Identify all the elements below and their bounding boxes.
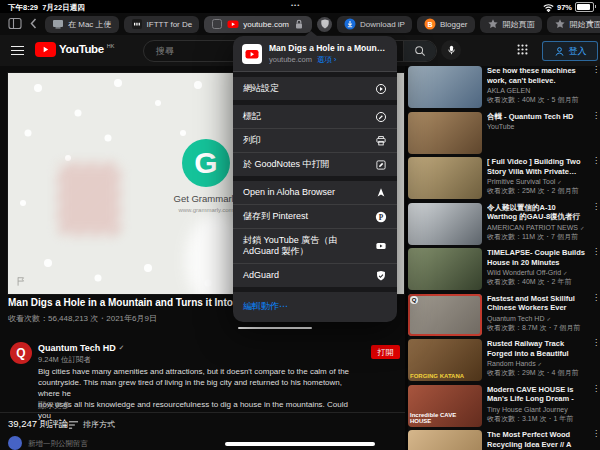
status-time: 下午8:29 — [8, 3, 38, 12]
comments-sort-button[interactable]: 排序方式 — [68, 419, 115, 430]
voice-search-button[interactable] — [441, 40, 461, 60]
subscriber-count: 9.24M 位訂閱者 — [38, 355, 91, 365]
video-info: See how these machines work, can't belie… — [487, 66, 587, 108]
popup-menu-item[interactable]: 標記 — [233, 105, 397, 128]
battery-icon — [575, 2, 594, 12]
youtube-logo[interactable]: YouTube HK — [35, 42, 114, 57]
video-thumbnail[interactable] — [408, 66, 482, 108]
svg-text:P: P — [379, 213, 384, 221]
related-video-row[interactable]: The Most Perfect Wood Recycling Idea Eve… — [408, 430, 600, 450]
show-more-link[interactable]: 顯示更多 — [38, 400, 70, 411]
verified-badge-icon: ✓ — [563, 270, 568, 276]
comments-count: 39,247 則評論 — [8, 418, 68, 431]
video-thumbnail[interactable]: Incredible CAVE HOUSE — [408, 385, 482, 427]
reader-square-icon — [211, 18, 223, 30]
video-menu-kebab-icon[interactable]: ⋮ — [592, 157, 600, 164]
video-menu-kebab-icon[interactable]: ⋮ — [592, 430, 600, 437]
section-divider — [0, 412, 405, 413]
video-thumbnail[interactable] — [408, 248, 482, 290]
video-menu-kebab-icon[interactable]: ⋮ — [592, 203, 600, 210]
home-indicator[interactable] — [225, 442, 375, 446]
tab-sidebar-toggle-icon[interactable] — [8, 17, 22, 30]
adguard-extension-button[interactable] — [317, 17, 332, 32]
popup-menu-item[interactable]: 封鎖 YouTube 廣告（由 AdGuard 製作） — [233, 228, 397, 263]
popup-menu-item-label: 封鎖 YouTube 廣告（由 AdGuard 製作） — [243, 235, 361, 258]
popup-menu-item-label: 於 GoodNotes 中打開 — [243, 159, 361, 171]
related-video-row[interactable]: See how these machines work, can't belie… — [408, 66, 600, 108]
video-menu-kebab-icon[interactable]: ⋮ — [592, 112, 600, 119]
hamburger-menu-icon[interactable] — [11, 46, 24, 58]
verified-badge-icon: ✓ — [557, 179, 562, 185]
browser-tab-active[interactable]: youtube.com — [204, 16, 312, 33]
related-video-row[interactable]: FORGING KATANARusted Railway Track Forge… — [408, 339, 600, 381]
apps-grid-icon[interactable] — [516, 43, 529, 56]
related-video-meta: 收看次數：8.7M 次・7 個月前 — [487, 323, 587, 333]
related-video-row[interactable]: QFastest and Most Skillful Chinese Worke… — [408, 294, 600, 336]
related-video-channel: YouTube — [487, 123, 587, 130]
popup-menu-item[interactable]: 儲存到 PinterestP — [233, 204, 397, 228]
search-button[interactable] — [403, 41, 436, 61]
channel-avatar[interactable]: Q — [10, 342, 32, 364]
adguard-circle-icon — [319, 18, 331, 30]
blogger-icon: B — [424, 18, 436, 30]
related-video-channel: Tiny House Giant Journey — [487, 406, 587, 413]
status-bar: 下午8:29 7月22日週四 ••• 97% — [0, 0, 600, 13]
youtube-ad-icon — [375, 240, 387, 252]
back-chevron-icon[interactable] — [28, 17, 38, 30]
website-settings-icon — [375, 83, 387, 95]
popup-menu-item[interactable]: 網站設定 — [233, 77, 397, 100]
popup-menu-item[interactable]: 列印 — [233, 128, 397, 152]
popup-caret — [305, 31, 317, 36]
description-line: now uses all his knowledge and resourcef… — [38, 399, 354, 421]
video-menu-kebab-icon[interactable]: ⋮ — [592, 339, 600, 346]
open-app-button[interactable]: 打開 — [371, 345, 400, 359]
video-thumbnail[interactable]: FORGING KATANA — [408, 339, 482, 381]
add-comment-field[interactable]: 新增一則公開留言 — [28, 439, 88, 449]
related-video-meta: 收看次數：29M 次・4 個月前 — [487, 368, 587, 378]
youtube-region-label: HK — [107, 43, 115, 49]
browser-tab[interactable]: 開始頁面 — [480, 16, 542, 33]
related-video-title: Rusted Railway Track Forged into a Beaut… — [487, 339, 587, 358]
verified-badge-icon: ✓ — [119, 344, 124, 352]
video-menu-kebab-icon[interactable]: ⋮ — [592, 66, 600, 73]
video-thumbnail[interactable] — [408, 430, 482, 450]
new-tab-button[interactable]: + — [587, 17, 594, 29]
related-video-title: 合輯 - Quantum Tech HD — [487, 112, 587, 122]
browser-tab[interactable]: BBlogger — [417, 16, 475, 33]
video-menu-kebab-icon[interactable]: ⋮ — [592, 294, 600, 301]
popup-menu-item-label: AdGuard — [243, 270, 361, 282]
related-video-row[interactable]: Incredible CAVE HOUSEModern CAVE HOUSE i… — [408, 385, 600, 427]
channel-name[interactable]: Quantum Tech HD ✓ — [38, 343, 124, 353]
video-thumbnail[interactable]: Q — [408, 294, 482, 336]
popup-menu-item[interactable]: 於 GoodNotes 中打開 — [233, 152, 397, 176]
safari-toolbar: 在 Mac 上使IFTTT for Deyoutube.comDownload … — [0, 13, 600, 35]
popup-menu-item[interactable]: AdGuard — [233, 263, 397, 287]
signin-button[interactable]: 登入 — [542, 41, 598, 61]
video-info: Modern CAVE HOUSE is Man's Life Long Dre… — [487, 385, 587, 427]
related-video-row[interactable]: [ Full Video ] Building Two Story Villa … — [408, 157, 600, 199]
related-video-row[interactable]: 合輯 - Quantum Tech HDYouTube⋮ — [408, 112, 600, 154]
video-thumbnail[interactable] — [408, 112, 482, 154]
video-thumbnail[interactable] — [408, 203, 482, 245]
related-video-row[interactable]: 令人難以置信的A-10 Warthog 的GAU-8復仇者行動視頻AMERICA… — [408, 203, 600, 245]
download-icon — [344, 18, 356, 30]
related-video-row[interactable]: TIMELAPSE- Couple Builds House in 20 Min… — [408, 248, 600, 290]
edit-actions-button[interactable]: 編輯動作⋯ — [233, 292, 397, 322]
popup-menu-item[interactable]: Open in Aloha Browser — [233, 181, 397, 204]
share-actions-popup: Man Digs a Hole in a Mountain and Turn… … — [233, 36, 397, 322]
user-avatar[interactable] — [8, 436, 22, 450]
multitask-dots-icon[interactable]: ••• — [291, 2, 300, 8]
popup-menu-item-label: 標記 — [243, 111, 361, 123]
video-menu-kebab-icon[interactable]: ⋮ — [592, 385, 600, 392]
popup-options-link[interactable]: 選項 › — [317, 55, 337, 65]
video-menu-kebab-icon[interactable]: ⋮ — [592, 248, 600, 255]
related-video-meta: 收看次數：11M 次・7 個月前 — [487, 232, 587, 242]
goodnotes-icon — [375, 159, 387, 171]
browser-tab[interactable]: Download iP — [337, 16, 412, 33]
browser-tab[interactable]: 在 Mac 上使 — [45, 16, 119, 33]
battery-percent: 97% — [557, 3, 572, 12]
related-video-channel: Wild Wonderful Off-Grid ✓ — [487, 269, 587, 276]
browser-tab[interactable]: IFTTT for De — [124, 16, 200, 33]
ad-info-flag-icon[interactable] — [16, 276, 26, 287]
video-thumbnail[interactable] — [408, 157, 482, 199]
